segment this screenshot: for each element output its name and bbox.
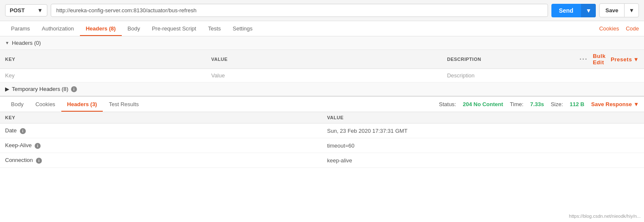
more-options-icon[interactable]: ··· [580, 55, 588, 63]
info-icon: i [20, 128, 26, 134]
chevron-right-icon: ▶ [5, 86, 9, 92]
response-key-connection: Connection i [0, 153, 322, 168]
info-icon: i [35, 143, 41, 149]
cookies-link[interactable]: Cookies [599, 25, 619, 32]
response-col-value: VALUE [322, 112, 644, 123]
col-header-key: KEY [0, 50, 206, 69]
bulk-edit-button[interactable]: Bulk Edit [593, 53, 606, 66]
response-col-key: KEY [0, 112, 322, 123]
status-label: Status: [439, 101, 456, 107]
temp-headers-section[interactable]: ▶ Temporary Headers (8) i [0, 82, 644, 96]
response-section: Body Cookies Headers (3) Test Results St… [0, 96, 644, 168]
tab-params[interactable]: Params [5, 21, 36, 36]
status-value: 204 No Content [463, 101, 503, 107]
code-link[interactable]: Code [626, 25, 639, 32]
save-response-chevron-icon: ▼ [633, 101, 639, 107]
response-value-connection: keep-alive [322, 153, 644, 168]
response-status-bar: Status: 204 No Content Time: 7.33s Size:… [439, 98, 639, 111]
save-button[interactable]: Save ▼ [599, 3, 639, 17]
tabs-right: Cookies Code [599, 25, 639, 32]
response-tab-test-results[interactable]: Test Results [103, 97, 145, 112]
presets-chevron-icon: ▼ [633, 56, 639, 63]
send-button[interactable]: Send ▼ [551, 4, 596, 17]
response-tabs-bar: Body Cookies Headers (3) Test Results St… [0, 97, 644, 112]
size-label: Size: [551, 101, 563, 107]
chevron-down-icon: ▼ [5, 41, 9, 45]
size-value: 112 B [570, 101, 584, 107]
key-placeholder[interactable]: Key [0, 69, 206, 82]
tab-tests[interactable]: Tests [202, 21, 227, 36]
response-value-date: Sun, 23 Feb 2020 17:37:31 GMT [322, 123, 644, 138]
tab-settings[interactable]: Settings [227, 21, 258, 36]
headers-section-header[interactable]: ▼ Headers (0) [0, 36, 644, 50]
tab-prerequest[interactable]: Pre-request Script [146, 21, 202, 36]
info-icon: i [36, 158, 42, 164]
col-header-description: DESCRIPTION [442, 50, 574, 69]
value-placeholder[interactable]: Value [206, 69, 442, 82]
save-label: Save [600, 4, 624, 17]
table-row: Connection i keep-alive [0, 153, 644, 168]
info-icon: i [71, 86, 77, 92]
save-response-button[interactable]: Save Response ▼ [591, 101, 639, 107]
method-select[interactable]: POST ▼ [5, 4, 47, 16]
table-row: Date i Sun, 23 Feb 2020 17:37:31 GMT [0, 123, 644, 138]
desc-placeholder[interactable]: Description [442, 69, 574, 82]
headers-placeholder-row: Key Value Description [0, 69, 644, 82]
presets-button[interactable]: Presets ▼ [611, 56, 639, 63]
response-tab-cookies[interactable]: Cookies [30, 97, 61, 112]
url-input[interactable] [51, 4, 548, 17]
url-bar: POST ▼ Send ▼ Save ▼ [0, 0, 644, 21]
response-tab-headers[interactable]: Headers (3) [61, 97, 103, 112]
col-header-actions: ··· Bulk Edit Presets ▼ [575, 50, 644, 69]
temp-headers-title: Temporary Headers (8) [12, 86, 69, 92]
time-label: Time: [510, 101, 523, 107]
save-dropdown-arrow[interactable]: ▼ [624, 4, 639, 17]
table-row: Keep-Alive i timeout=60 [0, 138, 644, 153]
time-value: 7.33s [530, 101, 544, 107]
response-headers-table: KEY VALUE Date i Sun, 23 Feb 2020 17:37:… [0, 112, 644, 168]
method-label: POST [10, 7, 25, 14]
method-chevron-icon: ▼ [37, 7, 43, 14]
col-header-value: VALUE [206, 50, 442, 69]
tab-headers[interactable]: Headers (8) [80, 21, 122, 36]
request-tabs-bar: Params Authorization Headers (8) Body Pr… [0, 21, 644, 36]
response-value-keepalive: timeout=60 [322, 138, 644, 153]
headers-section-title: Headers (0) [12, 40, 41, 46]
send-label: Send [551, 4, 581, 17]
response-tab-body[interactable]: Body [5, 97, 30, 112]
tab-authorization[interactable]: Authorization [36, 21, 80, 36]
response-key-keepalive: Keep-Alive i [0, 138, 322, 153]
row-actions [575, 69, 644, 82]
tab-body[interactable]: Body [122, 21, 146, 36]
response-key-date: Date i [0, 123, 322, 138]
send-dropdown-arrow[interactable]: ▼ [581, 4, 596, 17]
headers-table: KEY VALUE DESCRIPTION ··· Bulk Edit Pres… [0, 50, 644, 82]
